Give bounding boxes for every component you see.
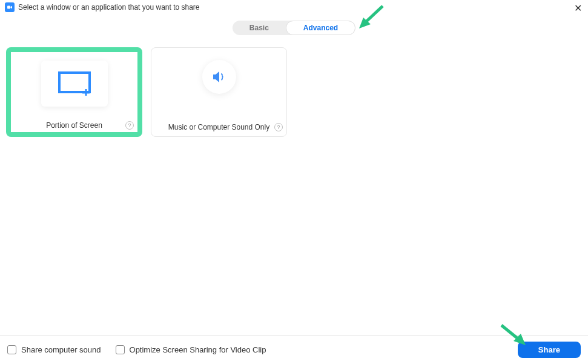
checkbox-optimize-video[interactable]: Optimize Screen Sharing for Video Clip	[116, 345, 266, 354]
share-button[interactable]: Share	[518, 342, 581, 358]
optimize-label: Optimize Screen Sharing for Video Clip	[130, 345, 266, 354]
tab-group: Basic Advanced	[233, 21, 355, 35]
option-label-row: Music or Computer Sound Only ?	[151, 123, 286, 131]
help-icon[interactable]: ?	[274, 123, 283, 131]
help-icon[interactable]: ?	[125, 121, 134, 130]
option-sound-label: Music or Computer Sound Only	[168, 123, 269, 131]
sound-icon-wrapper	[202, 60, 236, 94]
share-options-area: Portion of Screen ? Music or Computer So…	[0, 47, 588, 137]
zoom-logo-icon	[5, 2, 15, 12]
dialog-header: Select a window or an application that y…	[0, 0, 588, 15]
close-icon[interactable]: ✕	[574, 4, 582, 13]
checkbox-share-sound[interactable]: Share computer sound	[7, 345, 101, 354]
portion-screen-preview	[41, 61, 108, 107]
option-label-row: Portion of Screen ?	[11, 121, 137, 130]
checkbox-icon	[116, 345, 125, 354]
option-computer-sound[interactable]: Music or Computer Sound Only ?	[151, 47, 287, 137]
tab-basic[interactable]: Basic	[233, 21, 286, 35]
tab-advanced[interactable]: Advanced	[286, 21, 355, 35]
checkbox-icon	[7, 345, 16, 354]
dialog-title: Select a window or an application that y…	[18, 3, 200, 12]
option-portion-of-screen[interactable]: Portion of Screen ?	[6, 47, 142, 137]
svg-rect-0	[7, 6, 10, 9]
screen-portion-icon	[58, 71, 91, 96]
speaker-icon	[211, 70, 227, 84]
share-sound-label: Share computer sound	[21, 345, 101, 354]
dialog-footer: Share computer sound Optimize Screen Sha…	[0, 335, 588, 364]
tab-bar: Basic Advanced	[0, 21, 588, 35]
option-portion-label: Portion of Screen	[46, 121, 102, 130]
